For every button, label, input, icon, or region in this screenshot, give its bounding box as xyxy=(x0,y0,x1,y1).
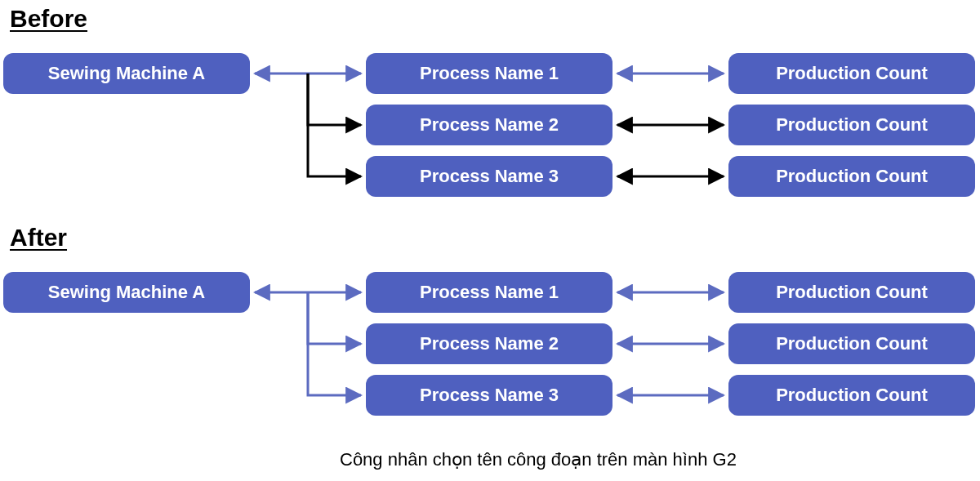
diagram-caption: Công nhân chọn tên công đoạn trên màn hì… xyxy=(340,449,737,470)
box-after-process-3: Process Name 3 xyxy=(366,375,612,416)
box-after-machine: Sewing Machine A xyxy=(3,272,250,313)
box-before-process-2: Process Name 2 xyxy=(366,105,612,145)
box-before-machine: Sewing Machine A xyxy=(3,53,250,94)
box-after-count-1: Production Count xyxy=(728,272,975,313)
section-title-after: After xyxy=(10,224,67,252)
box-after-count-3: Production Count xyxy=(728,375,975,416)
box-before-process-1: Process Name 1 xyxy=(366,53,612,94)
diagram-root: Before After Công nhân chọn tên công đoạ… xyxy=(0,0,980,481)
box-before-count-1: Production Count xyxy=(728,53,975,94)
box-after-process-2: Process Name 2 xyxy=(366,323,612,364)
box-after-count-2: Production Count xyxy=(728,323,975,364)
box-before-count-2: Production Count xyxy=(728,105,975,145)
box-before-count-3: Production Count xyxy=(728,156,975,197)
box-before-process-3: Process Name 3 xyxy=(366,156,612,197)
section-title-before: Before xyxy=(10,5,87,33)
box-after-process-1: Process Name 1 xyxy=(366,272,612,313)
